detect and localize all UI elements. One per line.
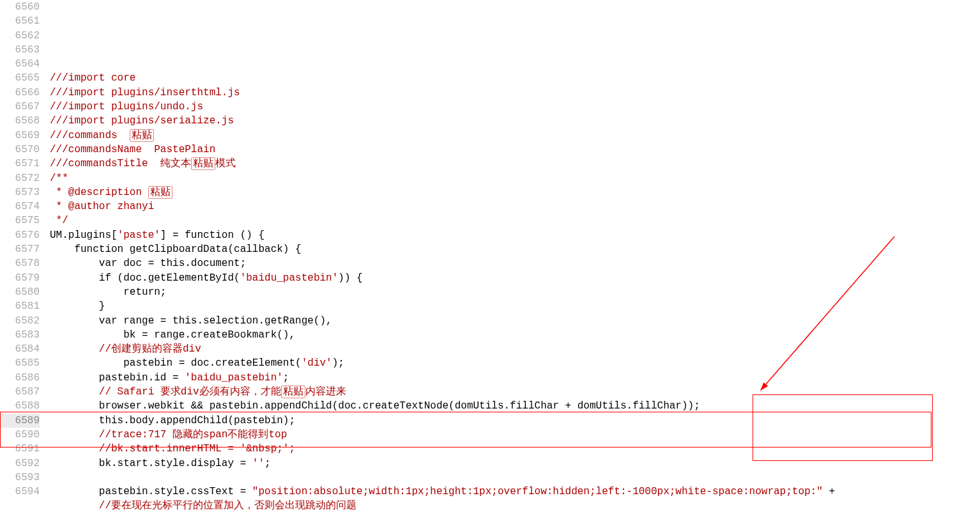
code-line[interactable]: // Safari 要求div必须有内容，才能粘贴内容进来 [50,385,980,399]
line-number: 6572 [0,171,40,185]
line-number: 6583 [0,328,40,342]
code-line[interactable]: ///import plugins/undo.js [50,100,980,114]
line-number: 6592 [0,456,40,471]
code-line[interactable]: ///import plugins/serialize.js [50,114,980,128]
code-line[interactable]: */ [50,214,980,228]
code-line[interactable]: ///commandsTitle 纯文本粘贴模式 [50,157,980,171]
line-number: 6581 [0,299,40,313]
line-number: 6590 [0,428,40,442]
line-number: 6568 [0,114,40,128]
code-line[interactable]: ///import plugins/inserthtml.js [50,86,980,100]
line-number: 6576 [0,228,40,242]
code-line[interactable]: this.body.appendChild(pastebin); [50,414,980,428]
code-line[interactable]: ///commandsName PastePlain [50,143,980,157]
search-highlight: 粘贴 [281,386,305,398]
line-number: 6571 [0,157,40,171]
line-number: 6591 [0,442,40,456]
code-line[interactable]: pastebin.id = 'baidu_pastebin'; [50,371,980,385]
line-gutter: 6560656165626563656465656566656765686569… [0,0,50,514]
code-line[interactable]: UM.plugins['paste'] = function () { [50,228,980,242]
line-number: 6575 [0,214,40,228]
code-line[interactable]: ///commands 粘贴 [50,128,980,143]
line-number: 6594 [0,485,40,499]
code-line[interactable]: //要在现在光标平行的位置加入，否则会出现跳动的问题 [50,499,980,513]
line-number: 6561 [0,14,40,28]
line-number: 6577 [0,242,40,256]
code-line[interactable]: bk = range.createBookmark(), [50,328,980,342]
search-highlight: 粘贴 [130,129,154,142]
code-line[interactable]: if (doc.getElementById('baidu_pastebin')… [50,271,980,285]
code-line[interactable]: browser.webkit && pastebin.appendChild(d… [50,399,980,413]
line-number: 6585 [0,356,40,370]
line-number: 6582 [0,314,40,328]
line-number: 6584 [0,342,40,356]
code-line[interactable]: bk.start.style.display = ''; [50,456,980,471]
code-line[interactable]: ///import core [50,71,980,85]
code-line[interactable]: //创建剪贴的容器div [50,342,980,356]
code-line[interactable]: function getClipboardData(callback) { [50,242,980,256]
code-line[interactable]: * @author zhanyi [50,199,980,214]
line-number: 6588 [0,399,40,413]
line-number: 6567 [0,100,40,114]
code-area[interactable]: ///import core///import plugins/insertht… [50,0,980,514]
line-number: 6570 [0,143,40,157]
line-number: 6589 [0,414,40,428]
code-line[interactable]: //trace:717 隐藏的span不能得到top [50,428,980,442]
line-number: 6587 [0,385,40,399]
code-line[interactable]: } [50,299,980,313]
line-number: 6586 [0,371,40,385]
search-highlight: 粘贴 [191,157,215,170]
code-line[interactable]: var range = this.selection.getRange(), [50,314,980,328]
search-highlight: 粘贴 [148,186,172,199]
code-line[interactable]: var doc = this.document; [50,256,980,270]
line-number: 6569 [0,128,40,143]
line-number: 6579 [0,271,40,285]
line-number: 6593 [0,471,40,485]
code-line[interactable]: * @description 粘贴 [50,185,980,199]
line-number: 6580 [0,285,40,299]
code-line[interactable]: return; [50,285,980,299]
line-number: 6565 [0,71,40,85]
line-number: 6574 [0,199,40,214]
line-number: 6563 [0,43,40,57]
line-number: 6566 [0,86,40,100]
line-number: 6578 [0,256,40,270]
code-line[interactable]: pastebin.style.cssText = "position:absol… [50,485,980,499]
line-number: 6560 [0,0,40,14]
code-editor: 6560656165626563656465656566656765686569… [0,0,980,514]
line-number: 6573 [0,185,40,199]
code-line[interactable]: pastebin = doc.createElement('div'); [50,356,980,370]
line-number: 6562 [0,29,40,43]
code-line[interactable]: //bk.start.innerHTML = '&nbsp;'; [50,442,980,456]
line-number: 6564 [0,57,40,71]
code-line[interactable] [50,471,980,485]
code-line[interactable]: /** [50,171,980,185]
